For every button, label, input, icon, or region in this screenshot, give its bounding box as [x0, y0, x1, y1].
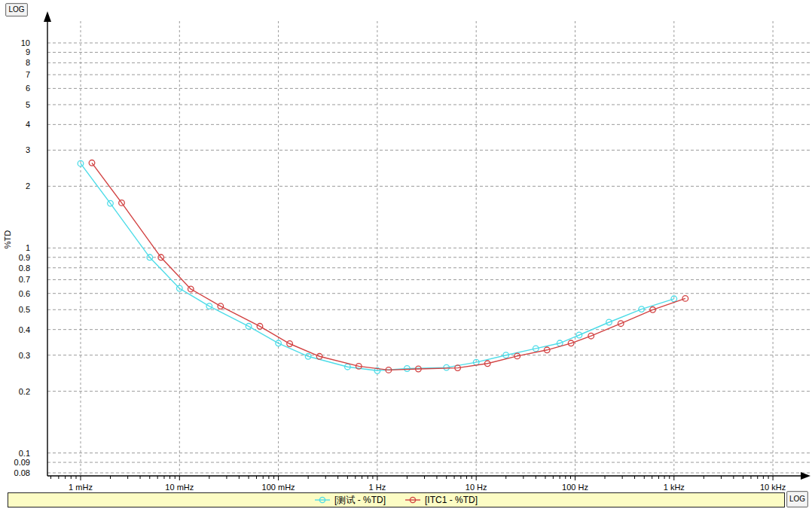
legend-label: [ITC1 - %TD]	[425, 495, 478, 505]
y-tick-label: 0.5	[19, 305, 30, 314]
dielectric-response-chart-window: 1 mHz10 mHz100 mHz1 Hz10 Hz100 Hz1 kHz10…	[0, 0, 812, 509]
x-tick-label: 1 Hz	[369, 483, 386, 492]
series-1	[89, 160, 688, 373]
x-tick-label: 10 Hz	[466, 483, 487, 492]
y-tick-label: 9	[26, 47, 30, 56]
axes	[44, 11, 810, 480]
x-tick-label: 1 mHz	[69, 483, 93, 492]
y-tick-label: 0.3	[19, 351, 30, 360]
y-tick-label: 6	[26, 84, 30, 93]
legend-bar: [测试 - %TD] [ITC1 - %TD]	[8, 492, 785, 507]
y-axis-arrow	[44, 11, 51, 22]
legend-item-itc1[interactable]: [ITC1 - %TD]	[405, 495, 478, 505]
y-tick-label: 2	[26, 181, 30, 190]
x-axis-log-toggle-button[interactable]: LOG	[786, 491, 808, 507]
y-tick-label: 0.1	[19, 449, 30, 458]
series-marker-icon	[315, 496, 330, 504]
y-tick-label: 0.8	[19, 264, 30, 273]
x-tick-label: 10 kHz	[760, 483, 786, 492]
gridlines	[47, 21, 812, 476]
y-tick-label: 0.6	[19, 289, 30, 298]
y-tick-label: 4	[26, 120, 30, 129]
x-tick-label: 100 mHz	[262, 483, 295, 492]
y-axis-log-toggle-button[interactable]: LOG	[5, 3, 28, 17]
chart-canvas[interactable]: 1 mHz10 mHz100 mHz1 Hz10 Hz100 Hz1 kHz10…	[0, 0, 812, 509]
y-tick-label: 7	[26, 70, 30, 79]
series-1-line	[92, 163, 685, 370]
y-tick-label: 5	[26, 100, 30, 109]
y-tick-label: 1	[26, 243, 30, 252]
y-tick-label: 3	[26, 145, 30, 154]
y-tick-label: 8	[26, 58, 30, 67]
y-tick-label: 0.4	[19, 325, 30, 334]
x-tick-label: 100 Hz	[562, 483, 588, 492]
x-tick-label: 10 mHz	[165, 483, 194, 492]
y-tick-label: 0.2	[19, 387, 30, 396]
x-axis-arrow	[801, 472, 810, 480]
y-tick-label: 0.09	[14, 458, 30, 467]
legend-label: [测试 - %TD]	[334, 494, 386, 507]
y-tick-label: 10	[21, 38, 30, 47]
y-tick-label: 0.7	[19, 275, 30, 284]
x-tick-label: 1 kHz	[664, 483, 685, 492]
axis-labels: 1 mHz10 mHz100 mHz1 Hz10 Hz100 Hz1 kHz10…	[3, 38, 786, 492]
series-marker-icon	[405, 496, 420, 504]
y-tick-label: 0.9	[19, 253, 30, 262]
x-axis-ticks	[50, 476, 773, 480]
y-tick-label: 0.08	[14, 468, 30, 477]
legend-item-ceshi[interactable]: [测试 - %TD]	[315, 494, 386, 507]
y-axis-title: %TD	[3, 230, 12, 249]
